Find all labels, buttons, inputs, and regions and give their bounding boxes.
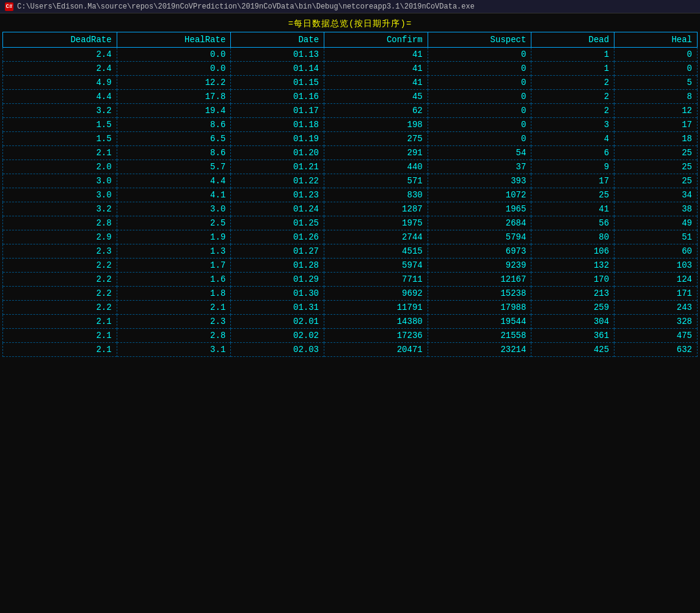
cell-confirm: 440 — [324, 160, 428, 174]
cell-date: 01.19 — [231, 132, 324, 146]
table-row: 2.12.302.011438019544304328 — [3, 315, 698, 329]
cell-suspect: 19544 — [428, 315, 531, 329]
cell-healrate: 1.8 — [117, 287, 231, 301]
cell-dead: 259 — [531, 301, 614, 315]
cell-healrate: 1.7 — [117, 259, 231, 273]
cell-dead: 304 — [531, 315, 614, 329]
cell-confirm: 291 — [324, 146, 428, 160]
cell-date: 01.13 — [231, 48, 324, 62]
cell-confirm: 571 — [324, 174, 428, 188]
cell-suspect: 0 — [428, 132, 531, 146]
cell-suspect: 1072 — [428, 188, 531, 202]
cell-deadrate: 2.3 — [3, 244, 117, 259]
cell-heal: 51 — [614, 230, 698, 244]
cell-date: 01.30 — [231, 287, 324, 301]
table-row: 2.05.701.2144037925 — [3, 160, 698, 174]
table-row: 2.91.901.26274457948051 — [3, 230, 698, 244]
cell-date: 01.20 — [231, 146, 324, 160]
cell-dead: 106 — [531, 244, 614, 259]
cell-deadrate: 2.0 — [3, 160, 117, 174]
cell-dead: 56 — [531, 216, 614, 230]
cell-heal: 17 — [614, 118, 698, 132]
cell-dead: 17 — [531, 174, 614, 188]
cell-date: 02.02 — [231, 329, 324, 343]
cell-date: 02.03 — [231, 343, 324, 357]
cell-healrate: 2.5 — [117, 216, 231, 230]
cell-date: 01.25 — [231, 216, 324, 230]
cell-confirm: 1975 — [324, 216, 428, 230]
cell-deadrate: 3.2 — [3, 104, 117, 118]
table-row: 2.18.601.2029154625 — [3, 146, 698, 160]
cell-heal: 243 — [614, 301, 698, 315]
cell-date: 02.01 — [231, 315, 324, 329]
cell-healrate: 12.2 — [117, 76, 231, 90]
cell-confirm: 5974 — [324, 259, 428, 273]
cell-healrate: 1.9 — [117, 230, 231, 244]
table-row: 2.12.802.021723621558361475 — [3, 329, 698, 343]
cell-suspect: 9239 — [428, 259, 531, 273]
cell-dead: 170 — [531, 273, 614, 287]
app-icon: C# — [5, 2, 13, 11]
cell-confirm: 9692 — [324, 287, 428, 301]
table-row: 2.13.102.032047123214425632 — [3, 343, 698, 357]
table-row: 3.219.401.17620212 — [3, 104, 698, 118]
cell-date: 01.21 — [231, 160, 324, 174]
cell-healrate: 2.1 — [117, 301, 231, 315]
cell-date: 01.14 — [231, 62, 324, 76]
cell-confirm: 830 — [324, 188, 428, 202]
cell-dead: 425 — [531, 343, 614, 357]
cell-dead: 1 — [531, 62, 614, 76]
cell-heal: 25 — [614, 174, 698, 188]
cell-suspect: 0 — [428, 62, 531, 76]
cell-suspect: 0 — [428, 118, 531, 132]
cell-healrate: 8.6 — [117, 146, 231, 160]
cell-dead: 2 — [531, 104, 614, 118]
col-header-date: Date — [231, 32, 324, 48]
cell-date: 01.27 — [231, 244, 324, 259]
cell-suspect: 2684 — [428, 216, 531, 230]
cell-healrate: 1.3 — [117, 244, 231, 259]
cell-confirm: 1287 — [324, 202, 428, 216]
cell-healrate: 8.6 — [117, 118, 231, 132]
cell-healrate: 0.0 — [117, 48, 231, 62]
cell-dead: 6 — [531, 146, 614, 160]
cell-suspect: 6973 — [428, 244, 531, 259]
cell-deadrate: 2.2 — [3, 287, 117, 301]
cell-deadrate: 2.1 — [3, 343, 117, 357]
cell-suspect: 5794 — [428, 230, 531, 244]
cell-confirm: 4515 — [324, 244, 428, 259]
cell-healrate: 2.3 — [117, 315, 231, 329]
cell-heal: 328 — [614, 315, 698, 329]
cell-heal: 49 — [614, 216, 698, 230]
console-area: =每日数据总览(按日期升序)= DeadRate HealRate Date C… — [0, 13, 700, 613]
col-header-dead: Dead — [531, 32, 614, 48]
table-row: 2.31.301.274515697310660 — [3, 244, 698, 259]
cell-deadrate: 2.4 — [3, 48, 117, 62]
cell-suspect: 21558 — [428, 329, 531, 343]
cell-deadrate: 4.9 — [3, 76, 117, 90]
table-row: 2.21.601.29771112167170124 — [3, 273, 698, 287]
cell-date: 01.16 — [231, 90, 324, 104]
table-row: 2.21.701.2859749239132103 — [3, 259, 698, 273]
cell-heal: 34 — [614, 188, 698, 202]
cell-heal: 632 — [614, 343, 698, 357]
cell-date: 01.17 — [231, 104, 324, 118]
table-row: 2.82.501.25197526845649 — [3, 216, 698, 230]
cell-deadrate: 1.5 — [3, 118, 117, 132]
cell-suspect: 37 — [428, 160, 531, 174]
cell-suspect: 1965 — [428, 202, 531, 216]
cell-heal: 60 — [614, 244, 698, 259]
cell-deadrate: 2.1 — [3, 329, 117, 343]
cell-deadrate: 3.2 — [3, 202, 117, 216]
cell-dead: 80 — [531, 230, 614, 244]
cell-suspect: 17988 — [428, 301, 531, 315]
cell-deadrate: 4.4 — [3, 90, 117, 104]
cell-heal: 25 — [614, 146, 698, 160]
cell-date: 01.24 — [231, 202, 324, 216]
cell-suspect: 0 — [428, 48, 531, 62]
cell-deadrate: 2.2 — [3, 273, 117, 287]
cell-dead: 361 — [531, 329, 614, 343]
col-header-healrate: HealRate — [117, 32, 231, 48]
cell-suspect: 0 — [428, 104, 531, 118]
cell-deadrate: 2.8 — [3, 216, 117, 230]
